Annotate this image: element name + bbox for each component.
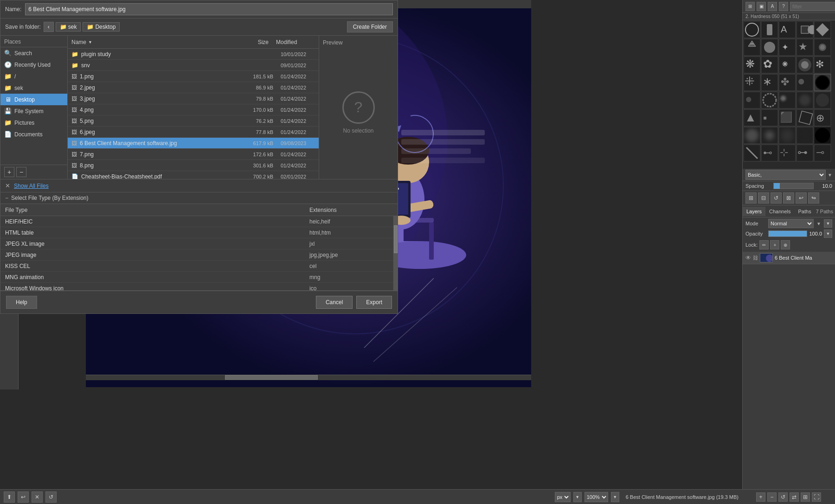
zoom-select[interactable]: 100%	[584, 492, 608, 502]
file-modified: 01/24/2022	[277, 85, 319, 90]
list-item[interactable]: KISS CEL cel	[0, 261, 398, 272]
export-icon[interactable]: ⬆	[4, 491, 15, 503]
fit-icon[interactable]: ⊞	[801, 492, 810, 502]
opacity-slider[interactable]	[768, 230, 807, 237]
mode-chevron-icon: ▼	[816, 221, 821, 226]
undo-icon[interactable]: ↩	[18, 491, 29, 503]
breadcrumb-desktop[interactable]: 📁 Desktop	[83, 22, 120, 32]
export-button[interactable]: Export	[356, 296, 392, 309]
table-row[interactable]: 🖼7.png 172.6 kB 01/24/2022	[68, 149, 319, 160]
mode-expand-icon[interactable]: ▼	[824, 219, 832, 228]
flip-icon[interactable]: ⇄	[790, 492, 799, 502]
add-place-button[interactable]: +	[4, 167, 14, 177]
close-filter-icon[interactable]: ✕	[5, 182, 10, 189]
file-name: Cheatsheet-Bias-Cheatsheet.pdf	[81, 173, 162, 179]
tab-channels[interactable]: Channels	[765, 207, 794, 216]
canvas-hscroll[interactable]	[86, 375, 531, 380]
name-input[interactable]	[25, 3, 393, 15]
svg-rect-27	[401, 130, 485, 135]
list-item[interactable]: JPEG XL image jxl	[0, 238, 398, 249]
cancel-button[interactable]: Cancel	[316, 296, 353, 309]
places-item-recent[interactable]: 🕐 Recently Used	[0, 59, 67, 70]
back-button[interactable]: ‹	[44, 22, 54, 32]
remove-place-button[interactable]: −	[16, 167, 26, 177]
table-row[interactable]: 🖼1.png 181.5 kB 01/24/2022	[68, 71, 319, 82]
places-item-search[interactable]: 🔍 Search	[0, 47, 67, 59]
table-row[interactable]: 🖼5.png 76.2 kB 01/24/2022	[68, 115, 319, 127]
opacity-expand-icon[interactable]: ▼	[824, 230, 832, 238]
ft-col-ext-header: Extensions	[305, 207, 398, 213]
col-name-header[interactable]: Name ▼	[68, 39, 235, 45]
breadcrumb-sek[interactable]: 📁 sek	[56, 22, 81, 32]
places-item-desktop[interactable]: 🖥 Desktop	[0, 94, 67, 105]
table-row[interactable]: 📁snv 09/01/2022	[68, 60, 319, 71]
layers-tab-label: Layers	[746, 209, 762, 214]
table-row[interactable]: 📄Cheatsheet-Bias-Cheatsheet.pdf 700.2 kB…	[68, 171, 319, 179]
table-row-selected[interactable]: 🖼6 Best Client Management software.jpg 6…	[68, 138, 319, 149]
zoom-out-icon[interactable]: −	[767, 492, 777, 502]
lock-position-icon[interactable]: +	[770, 240, 779, 249]
table-row[interactable]: 🖼6.jpeg 77.8 kB 01/24/2022	[68, 127, 319, 138]
help-button[interactable]: Help	[6, 296, 37, 309]
spacing-value: 10.0	[814, 183, 832, 189]
rotate-icon[interactable]: ↺	[778, 492, 788, 502]
rotate-tool[interactable]: ↺	[771, 192, 782, 204]
zoom-in-icon[interactable]: +	[756, 492, 765, 502]
file-type-header[interactable]: − Select File Type (By Extension)	[0, 192, 398, 204]
scale-tool[interactable]: ⊟	[758, 192, 769, 204]
basic-select[interactable]: Basic,	[745, 170, 826, 180]
layer-visibility-icon[interactable]: 👁	[745, 255, 751, 261]
transform-tool[interactable]: ⊞	[745, 192, 757, 204]
unit-down-icon[interactable]: ▼	[573, 492, 582, 502]
tab-layers[interactable]: Layers	[743, 207, 765, 216]
full-icon[interactable]: ⛶	[812, 492, 821, 502]
zoom-down-icon[interactable]: ▼	[611, 492, 619, 502]
reset-tool[interactable]: ↩	[796, 192, 807, 204]
unit-select[interactable]: px	[555, 492, 571, 502]
table-row[interactable]: 🖼8.png 301.6 kB 01/24/2022	[68, 160, 319, 171]
spacing-slider[interactable]	[773, 183, 814, 189]
brush-preset-area: A ✦ ★ ❋	[743, 20, 835, 169]
cancel-icon[interactable]: ✕	[32, 491, 43, 503]
places-item-filesystem[interactable]: 💾 File System	[0, 105, 67, 117]
file-types-list: HEIF/HEIC heic,heif HTML table html,htm …	[0, 216, 398, 290]
file-size: 172.6 kB	[240, 152, 277, 157]
table-row[interactable]: 📁plugin study 10/01/2022	[68, 49, 319, 60]
list-item[interactable]: Microsoft Windows icon ico	[0, 283, 398, 290]
mode-select[interactable]: Normal Multiply Screen	[768, 219, 814, 228]
tab-paths[interactable]: Paths	[795, 207, 815, 216]
lock-alpha-icon[interactable]: ⊕	[781, 240, 790, 249]
create-folder-button[interactable]: Create Folder	[347, 21, 393, 32]
help-icon[interactable]: ?	[779, 2, 788, 11]
flip-tool[interactable]: ⊠	[783, 192, 794, 204]
places-item-pictures[interactable]: 📁 Pictures	[0, 117, 67, 128]
lock-pixels-icon[interactable]: ✏	[759, 240, 769, 249]
table-row[interactable]: 🖼3.jpeg 79.8 kB 01/24/2022	[68, 93, 319, 104]
col-modified-header[interactable]: Modified	[272, 39, 314, 45]
places-item-sek[interactable]: 📁 sek	[0, 82, 67, 94]
text-icon[interactable]: A	[768, 2, 777, 11]
filetype-scrollbar[interactable]	[393, 216, 398, 290]
list-item[interactable]: JPEG image jpg,jpeg,jpe	[0, 249, 398, 261]
places-item-root[interactable]: 📁 /	[0, 70, 67, 82]
list-item[interactable]: HEIF/HEIC heic,heif	[0, 216, 398, 227]
col-size-header[interactable]: Size	[235, 39, 272, 45]
spacing-row: Spacing 10.0	[743, 181, 835, 191]
filter-input[interactable]	[790, 2, 835, 11]
table-row[interactable]: 🖼4.png 170.0 kB 01/24/2022	[68, 104, 319, 115]
breadcrumb-desktop-label: Desktop	[95, 24, 116, 30]
file-modified: 01/24/2022	[277, 107, 319, 113]
basic-dropdown-row: Basic, ▼	[743, 169, 835, 181]
table-row[interactable]: 🖼2.jpeg 86.9 kB 01/24/2022	[68, 82, 319, 93]
confirm-tool[interactable]: ↬	[808, 192, 819, 204]
file-list-body: 📁plugin study 10/01/2022 📁snv 09/01/2022…	[68, 49, 319, 179]
grid-icon[interactable]: ⊞	[745, 2, 755, 11]
list-item[interactable]: HTML table html,htm	[0, 227, 398, 238]
reset-icon[interactable]: ↺	[45, 491, 57, 503]
file-type-section: − Select File Type (By Extension) File T…	[0, 192, 398, 291]
show-all-files-link[interactable]: Show All Files	[14, 183, 49, 189]
ft-name: JPEG XL image	[0, 241, 305, 247]
list-item[interactable]: MNG animation mng	[0, 272, 398, 283]
palette-icon[interactable]: ▣	[757, 2, 766, 11]
places-item-documents[interactable]: 📄 Documents	[0, 128, 67, 140]
